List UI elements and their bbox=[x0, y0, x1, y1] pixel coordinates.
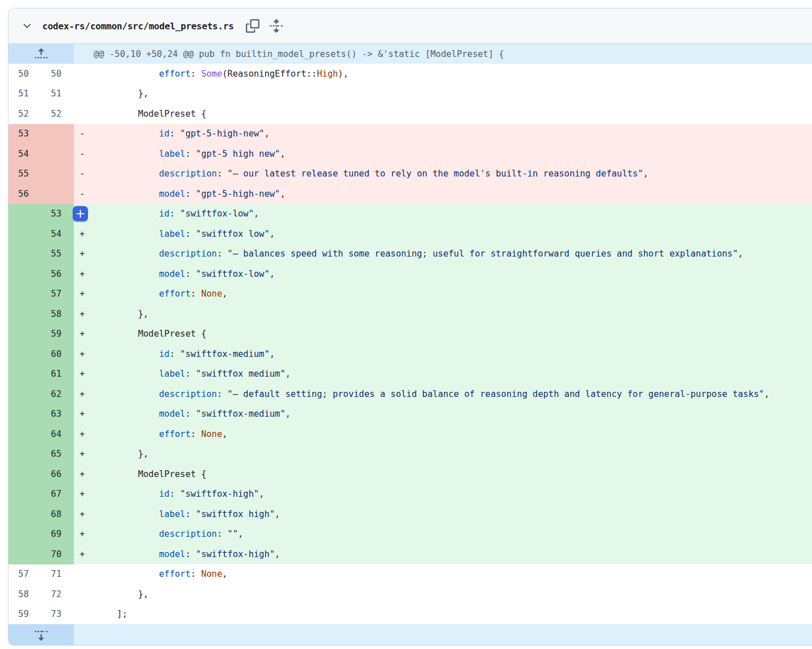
copy-icon bbox=[246, 19, 259, 33]
old-line-number[interactable]: 56 bbox=[8, 184, 41, 204]
new-line-number[interactable]: 56 bbox=[41, 264, 74, 284]
new-line-number[interactable]: 60 bbox=[41, 344, 74, 364]
code-line: + description: "— balances speed with so… bbox=[74, 244, 812, 264]
new-line-number[interactable]: 53 bbox=[41, 204, 74, 224]
new-line-number[interactable]: 62 bbox=[41, 384, 74, 404]
diff-row-add: 64+ effort: None, bbox=[8, 424, 812, 444]
old-line-number[interactable] bbox=[8, 524, 41, 545]
new-line-number[interactable]: 50 bbox=[41, 64, 74, 84]
old-line-number[interactable] bbox=[8, 444, 41, 465]
new-line-number[interactable]: 55 bbox=[41, 244, 74, 264]
code-segment: label bbox=[159, 229, 186, 239]
new-line-number[interactable]: 65 bbox=[41, 444, 74, 465]
diff-marker: - bbox=[74, 189, 96, 199]
new-line-number[interactable]: 68 bbox=[41, 504, 74, 524]
code-segment: model bbox=[159, 409, 186, 419]
old-line-number[interactable]: 53 bbox=[8, 124, 41, 144]
new-line-number[interactable]: 54 bbox=[41, 224, 74, 244]
code-line: + model: "swiftfox-medium", bbox=[74, 404, 812, 425]
old-line-number[interactable]: 52 bbox=[8, 104, 41, 124]
code-segment: "swiftfox-medium" bbox=[196, 409, 285, 419]
old-line-number[interactable]: 50 bbox=[8, 64, 41, 84]
code-segment: : bbox=[191, 289, 201, 299]
new-line-number[interactable]: 67 bbox=[41, 484, 74, 505]
fold-down-icon bbox=[34, 628, 48, 642]
new-line-number[interactable] bbox=[41, 144, 74, 164]
expand-down-button[interactable] bbox=[8, 624, 74, 645]
collapse-file-button[interactable] bbox=[22, 21, 32, 31]
old-line-number[interactable]: 58 bbox=[8, 584, 41, 604]
new-line-number[interactable]: 64 bbox=[41, 424, 74, 444]
old-line-number[interactable] bbox=[8, 224, 41, 244]
new-line-number[interactable] bbox=[41, 184, 74, 204]
new-line-number[interactable]: 66 bbox=[41, 464, 74, 484]
code-segment bbox=[96, 229, 159, 239]
new-line-number[interactable]: 58 bbox=[41, 304, 74, 324]
add-comment-button[interactable]: + bbox=[73, 206, 88, 222]
new-line-number[interactable]: 71 bbox=[41, 564, 74, 585]
old-line-number[interactable] bbox=[8, 324, 41, 345]
code-segment bbox=[96, 189, 159, 199]
hunk-code-cell: @@ -50,10 +50,24 @@ pub fn builtin_model… bbox=[74, 44, 812, 64]
old-line-number[interactable] bbox=[8, 424, 41, 444]
new-line-number[interactable]: 61 bbox=[41, 364, 74, 385]
old-line-number[interactable] bbox=[8, 364, 41, 385]
diff-row-ctx: 5973 ]; bbox=[8, 604, 812, 625]
old-line-number[interactable] bbox=[8, 264, 41, 284]
diff-marker: + bbox=[74, 249, 96, 259]
old-line-number[interactable]: 57 bbox=[8, 564, 41, 585]
code-segment: None bbox=[201, 289, 222, 299]
new-line-number[interactable]: 59 bbox=[41, 324, 74, 345]
old-line-number[interactable] bbox=[8, 344, 41, 364]
code-segment: High bbox=[317, 69, 338, 79]
new-line-number[interactable]: 52 bbox=[41, 104, 74, 124]
copy-path-button[interactable] bbox=[246, 19, 259, 33]
diff-row-add: 68+ label: "swiftfox high", bbox=[8, 504, 812, 524]
expand-up-button[interactable] bbox=[8, 44, 74, 64]
old-line-number[interactable] bbox=[8, 304, 41, 324]
code-line: + label: "swiftfox low", bbox=[74, 224, 812, 244]
old-line-number[interactable] bbox=[8, 244, 41, 264]
new-line-number[interactable] bbox=[41, 164, 74, 184]
old-line-number[interactable] bbox=[8, 464, 41, 484]
diff-file-card: codex-rs/common/src/model_presets.rs @@ … bbox=[8, 8, 812, 646]
old-line-number[interactable]: 59 bbox=[8, 604, 41, 625]
code-segment bbox=[96, 289, 159, 299]
code-segment: ]; bbox=[96, 609, 127, 619]
new-line-number[interactable]: 69 bbox=[41, 524, 74, 545]
old-line-number[interactable]: 54 bbox=[8, 144, 41, 164]
new-line-number[interactable]: 70 bbox=[41, 544, 74, 564]
code-segment: "swiftfox-low" bbox=[180, 209, 254, 219]
old-line-number[interactable] bbox=[8, 504, 41, 524]
diff-row-add: 53 id: "swiftfox-low",+ bbox=[8, 204, 812, 224]
old-line-number[interactable] bbox=[8, 204, 41, 224]
expand-all-lines-button[interactable] bbox=[269, 19, 284, 33]
code-segment: ModelPreset { bbox=[96, 329, 206, 339]
code-segment: : bbox=[170, 129, 180, 139]
code-segment: effort bbox=[159, 289, 191, 299]
old-line-number[interactable] bbox=[8, 484, 41, 505]
code-segment: id bbox=[159, 209, 170, 219]
old-line-number[interactable]: 51 bbox=[8, 84, 41, 104]
new-line-number[interactable]: 57 bbox=[41, 284, 74, 304]
code-segment: model bbox=[159, 269, 186, 279]
old-line-number[interactable] bbox=[8, 404, 41, 425]
new-line-number[interactable]: 51 bbox=[41, 84, 74, 104]
code-line: - label: "gpt-5 high new", bbox=[74, 144, 812, 164]
code-segment: model bbox=[159, 549, 186, 559]
diff-row-add: 69+ description: "", bbox=[8, 524, 812, 545]
new-line-number[interactable]: 73 bbox=[41, 604, 74, 625]
old-line-number[interactable]: 55 bbox=[8, 164, 41, 184]
new-line-number[interactable] bbox=[41, 124, 74, 144]
code-segment: : bbox=[186, 549, 196, 559]
old-line-number[interactable] bbox=[8, 284, 41, 304]
code-segment: , bbox=[285, 409, 290, 419]
code-segment: "" bbox=[227, 529, 238, 539]
old-line-number[interactable] bbox=[8, 384, 41, 404]
code-segment: description bbox=[159, 389, 217, 399]
file-path: codex-rs/common/src/model_presets.rs bbox=[42, 21, 234, 32]
code-segment: , bbox=[285, 369, 290, 379]
new-line-number[interactable]: 63 bbox=[41, 404, 74, 425]
old-line-number[interactable] bbox=[8, 544, 41, 564]
new-line-number[interactable]: 72 bbox=[41, 584, 74, 604]
